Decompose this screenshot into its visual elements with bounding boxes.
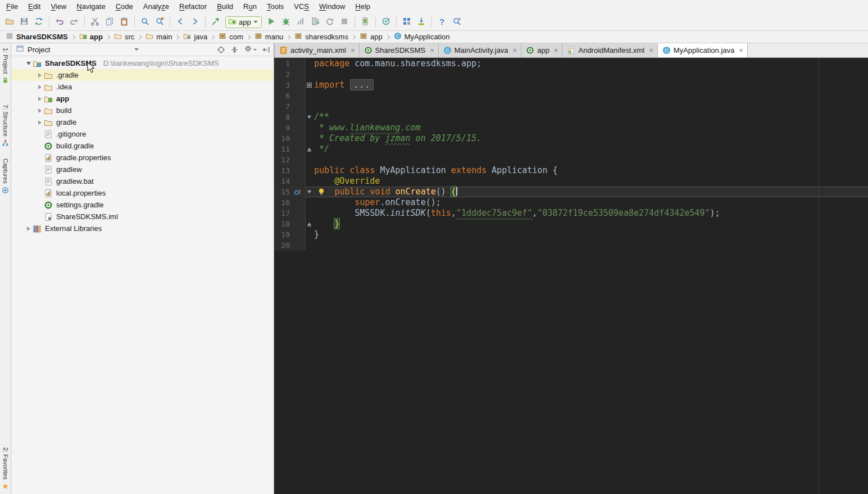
menu-build[interactable]: Build (212, 0, 238, 13)
save-button[interactable] (17, 15, 31, 29)
gradle-sync-button[interactable] (379, 15, 393, 29)
replace-button[interactable] (152, 15, 167, 29)
code-line-12[interactable]: 12 (274, 155, 868, 165)
tree-arrow-icon[interactable] (25, 226, 33, 231)
avd-manager-button[interactable] (358, 15, 372, 29)
tree-item-local.properties[interactable]: local.properties (11, 187, 274, 199)
stop-button[interactable] (337, 15, 352, 29)
breadcrumb-app[interactable]: app (358, 32, 384, 42)
breadcrumb-src[interactable]: src (113, 32, 135, 42)
menu-code[interactable]: Code (111, 0, 138, 13)
build-button[interactable] (208, 15, 223, 29)
editor-tab-myapplication.java[interactable]: C MyApplication.java × (658, 43, 748, 57)
breadcrumb-sharesdksms[interactable]: ShareSDKSMS (4, 32, 69, 42)
undo-button[interactable] (52, 15, 67, 29)
coverage-button[interactable] (293, 15, 308, 29)
code-line-16[interactable]: 16 super.onCreate(); (274, 197, 868, 208)
tree-item-.gradle[interactable]: .gradle (11, 69, 274, 81)
editor-tab-mainactivity.java[interactable]: C MainActivity.java × (439, 43, 521, 57)
code-line-13[interactable]: 13 public class MyApplication extends Ap… (274, 165, 868, 176)
code-line-15[interactable]: 15 public void onCreate() { (274, 187, 868, 197)
close-icon[interactable]: × (649, 46, 653, 55)
sync-button[interactable] (31, 15, 46, 29)
tree-item-sharesdksms.iml[interactable]: ShareSDKSMS.iml (11, 211, 274, 223)
tool-stripe-captures[interactable]: Captures (2, 158, 9, 196)
editor-tab-app[interactable]: app × (521, 43, 562, 57)
run-config-combo[interactable]: app (225, 16, 262, 28)
tree-item-settings.gradle[interactable]: settings.gradle (11, 199, 274, 211)
help-button[interactable]: ? (435, 15, 449, 29)
gear-button[interactable] (244, 44, 257, 55)
tree-arrow-icon[interactable] (36, 73, 44, 78)
code-line-18[interactable]: 18 } (274, 219, 868, 229)
forward-button[interactable] (188, 15, 202, 29)
code-line-6[interactable]: 6 (274, 90, 868, 101)
rerun-button[interactable] (322, 15, 337, 29)
code-line-20[interactable]: 20 (274, 240, 868, 251)
menu-analyze[interactable]: Analyze (138, 0, 174, 13)
override-icon[interactable] (290, 187, 305, 197)
tree-arrow-icon[interactable] (36, 85, 44, 89)
close-icon[interactable]: × (430, 46, 434, 55)
tool-stripe-project[interactable]: 1: Project (2, 48, 9, 85)
project-structure-button[interactable] (399, 15, 414, 29)
tree-item-gradle.properties[interactable]: gradle.properties (11, 152, 274, 164)
tree-arrow-icon[interactable] (36, 97, 44, 101)
code-line-14[interactable]: 14 @Override (274, 176, 868, 187)
menu-window[interactable]: Window (314, 0, 350, 13)
redo-button[interactable] (67, 15, 81, 29)
tree-item-gradlew[interactable]: gradlew (11, 164, 274, 175)
open-button[interactable] (2, 15, 17, 29)
tree-item-build.gradle[interactable]: build.gradle (11, 140, 274, 152)
editor-body[interactable]: 1 package com.manu.sharesdksms.app; 2 3 … (274, 58, 868, 494)
breadcrumb-java[interactable]: java (182, 32, 208, 42)
fold-marker-icon[interactable] (306, 187, 313, 197)
close-icon[interactable]: × (351, 46, 355, 55)
copy-button[interactable] (102, 15, 117, 29)
paste-button[interactable] (117, 15, 131, 29)
tree-arrow-icon[interactable] (36, 120, 44, 125)
menu-vcs[interactable]: VCS (289, 0, 314, 13)
locate-button[interactable] (217, 46, 225, 54)
code-line-1[interactable]: 1 package com.manu.sharesdksms.app; (274, 58, 868, 69)
code-line-8[interactable]: 8 /** (274, 112, 868, 123)
cut-button[interactable] (88, 15, 102, 29)
run-button[interactable] (264, 15, 279, 29)
code-line-11[interactable]: 11 */ (274, 144, 868, 155)
menu-tools[interactable]: Tools (262, 0, 289, 13)
tool-stripe-structure[interactable]: 7: Structure (2, 105, 9, 148)
fold-marker-icon[interactable] (306, 80, 313, 90)
tree-item-app[interactable]: app (11, 93, 274, 105)
close-icon[interactable]: × (739, 46, 743, 55)
code-line-9[interactable]: 9 * www.liankewang.com (274, 123, 868, 133)
code-line-3[interactable]: 3 import... (274, 80, 868, 90)
menu-help[interactable]: Help (350, 0, 375, 13)
editor-tab-sharesdksms[interactable]: ShareSDKSMS × (360, 43, 439, 57)
close-icon[interactable]: × (554, 46, 558, 55)
collapse-all-button[interactable] (230, 46, 239, 54)
view-combo-arrow-icon[interactable] (134, 48, 139, 51)
code-line-17[interactable]: 17 SMSSDK.initSDK(this,"1dddec75ac9ef","… (274, 208, 868, 219)
project-panel-title[interactable]: Project (28, 46, 50, 54)
search-settings-button[interactable] (449, 15, 464, 29)
fold-marker-icon[interactable] (306, 112, 313, 123)
breadcrumb-app[interactable]: app (78, 32, 104, 42)
fold-marker-icon[interactable] (306, 144, 313, 155)
editor-tab-activity_main.xml[interactable]: activity_main.xml × (274, 43, 360, 57)
menu-run[interactable]: Run (238, 0, 262, 13)
close-icon[interactable]: × (513, 46, 517, 55)
code-line-2[interactable]: 2 (274, 69, 868, 80)
fold-marker-icon[interactable] (306, 219, 313, 229)
intention-bulb-icon[interactable] (317, 188, 325, 196)
sdk-manager-button[interactable] (414, 15, 429, 29)
breadcrumb-com[interactable]: com (217, 32, 244, 42)
menu-view[interactable]: View (46, 0, 71, 13)
hide-panel-button[interactable] (262, 46, 270, 54)
tree-item-external-libraries[interactable]: External Libraries (11, 223, 274, 234)
tree-item-.idea[interactable]: .idea (11, 81, 274, 93)
tree-item-sharesdksms[interactable]: ShareSDKSMS D:\liankewang\login\ShareSDK… (11, 57, 274, 69)
menu-refactor[interactable]: Refactor (174, 0, 212, 13)
breadcrumb-main[interactable]: main (144, 32, 173, 42)
breadcrumb-manu[interactable]: manu (253, 32, 285, 42)
tree-item-gradlew.bat[interactable]: gradlew.bat (11, 175, 274, 187)
